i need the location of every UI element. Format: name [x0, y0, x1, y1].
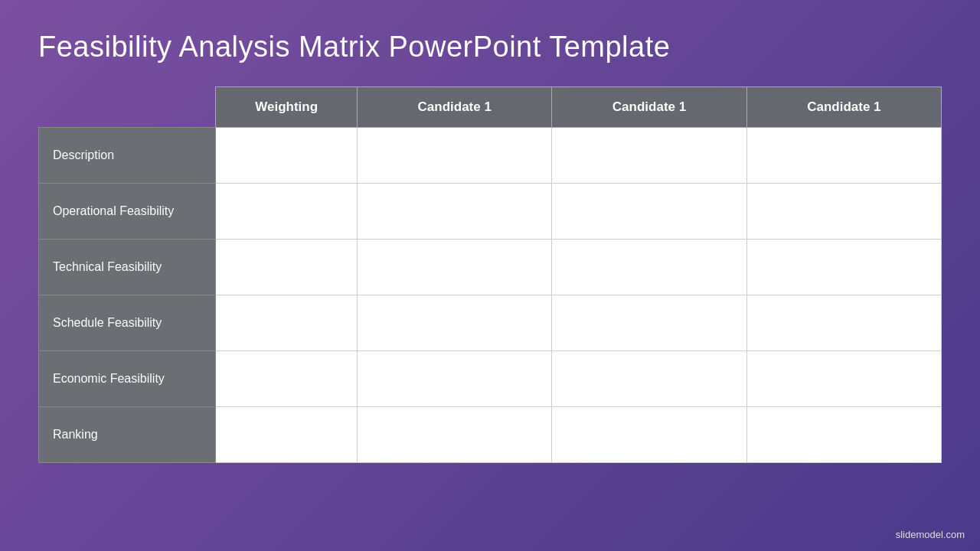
- cell-schedule-c3: [746, 295, 941, 351]
- slide-title: Feasibility Analysis Matrix PowerPoint T…: [38, 31, 942, 64]
- cell-description-c1: [358, 128, 552, 184]
- table-row: Operational Feasibility: [39, 184, 942, 240]
- table-row: Ranking: [39, 407, 942, 463]
- cell-ranking-weighting: [216, 407, 358, 463]
- cell-economic-c1: [358, 351, 552, 407]
- cell-economic-weighting: [216, 351, 358, 407]
- slide: Feasibility Analysis Matrix PowerPoint T…: [0, 0, 980, 551]
- header-candidate1: Candidate 1: [358, 87, 552, 128]
- table-wrapper: Weighting Candidate 1 Candidate 1 Candid…: [38, 86, 942, 528]
- cell-ranking-c1: [358, 407, 552, 463]
- row-label-operational: Operational Feasibility: [39, 184, 216, 240]
- table-row: Schedule Feasibility: [39, 295, 942, 351]
- cell-technical-c1: [358, 240, 552, 295]
- cell-economic-c2: [552, 351, 746, 407]
- cell-ranking-c2: [552, 407, 746, 463]
- row-label-schedule: Schedule Feasibility: [39, 295, 216, 351]
- cell-operational-c3: [746, 184, 941, 240]
- table-row: Description: [39, 128, 942, 184]
- cell-schedule-c1: [358, 295, 552, 351]
- table-row: Economic Feasibility: [39, 351, 942, 407]
- watermark: slidemodel.com: [896, 529, 965, 540]
- cell-operational-c1: [358, 184, 552, 240]
- cell-operational-c2: [552, 184, 746, 240]
- table-row: Technical Feasibility: [39, 240, 942, 295]
- cell-description-c2: [552, 128, 746, 184]
- row-label-technical: Technical Feasibility: [39, 240, 216, 295]
- feasibility-table: Weighting Candidate 1 Candidate 1 Candid…: [38, 86, 942, 463]
- cell-economic-c3: [746, 351, 941, 407]
- row-label-ranking: Ranking: [39, 407, 216, 463]
- header-row: Weighting Candidate 1 Candidate 1 Candid…: [39, 87, 942, 128]
- cell-technical-c3: [746, 240, 941, 295]
- cell-description-c3: [746, 128, 941, 184]
- header-empty: [39, 87, 216, 128]
- header-candidate3: Candidate 1: [746, 87, 941, 128]
- cell-description-weighting: [216, 128, 358, 184]
- cell-technical-c2: [552, 240, 746, 295]
- cell-schedule-c2: [552, 295, 746, 351]
- header-candidate2: Candidate 1: [552, 87, 746, 128]
- row-label-economic: Economic Feasibility: [39, 351, 216, 407]
- header-weighting: Weighting: [216, 87, 358, 128]
- cell-ranking-c3: [746, 407, 941, 463]
- cell-operational-weighting: [216, 184, 358, 240]
- row-label-description: Description: [39, 128, 216, 184]
- cell-schedule-weighting: [216, 295, 358, 351]
- cell-technical-weighting: [216, 240, 358, 295]
